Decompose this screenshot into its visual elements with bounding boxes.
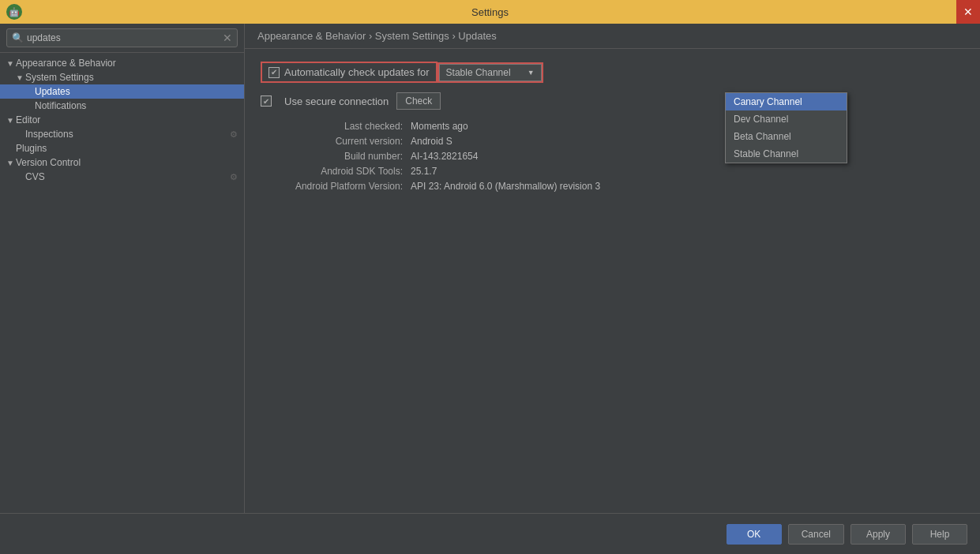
breadcrumb: Appearance & Behavior › System Settings … [245, 24, 980, 49]
secure-connection-row: ✔ Use secure connection Check [261, 92, 964, 110]
tree-container: ▼ Appearance & Behavior ▼ System Setting… [0, 53, 244, 513]
window-title: Settings [471, 6, 509, 18]
secure-label: Use secure connection [284, 95, 389, 107]
apply-button[interactable]: Apply [850, 524, 906, 545]
channel-dropdown-value: Stable Channel [446, 67, 511, 78]
check-now-button[interactable]: Check [396, 92, 441, 110]
secure-checkbox[interactable]: ✔ [261, 95, 272, 107]
channel-dropdown[interactable]: Stable Channel ▼ [439, 64, 542, 81]
sidebar-item-version-control[interactable]: ▼ Version Control [0, 155, 244, 170]
title-bar: 🤖 Settings ✕ [0, 0, 980, 24]
last-checked-value: Moments ago [411, 121, 964, 132]
help-button[interactable]: Help [912, 524, 967, 545]
current-version-value: Android S [411, 136, 964, 147]
search-wrapper: 🔍 ✕ [6, 28, 238, 47]
option-dev[interactable]: Dev Channel [726, 110, 847, 128]
channel-dropdown-wrapper: Stable Channel ▼ [437, 62, 543, 83]
sidebar-item-appearance[interactable]: ▼ Appearance & Behavior [0, 56, 244, 70]
main-container: 🔍 ✕ ▼ Appearance & Behavior ▼ System Set… [0, 24, 980, 513]
cancel-button[interactable]: Cancel [788, 524, 844, 545]
search-input[interactable] [27, 32, 223, 43]
last-checked-label: Last checked: [261, 121, 403, 132]
search-clear-icon[interactable]: ✕ [223, 32, 232, 44]
channel-dropdown-menu: Canary Channel Dev Channel Beta Channel … [725, 92, 847, 163]
sdk-tools-value: 25.1.7 [411, 166, 964, 177]
sdk-tools-label: Android SDK Tools: [261, 166, 403, 177]
auto-check-checkbox-wrapper: ✔ Automatically check updates for [261, 62, 437, 83]
option-canary[interactable]: Canary Channel [726, 93, 847, 110]
option-stable[interactable]: Stable Channel [726, 145, 847, 163]
sidebar-item-editor[interactable]: ▼ Editor [0, 113, 244, 127]
ok-button[interactable]: OK [727, 524, 782, 545]
sidebar-item-cvs[interactable]: CVS ⚙ [0, 170, 244, 184]
build-number-value: AI-143.2821654 [411, 151, 964, 162]
app-icon: 🤖 [6, 4, 22, 20]
chevron-down-icon: ▼ [528, 69, 535, 77]
content-area: Appearance & Behavior › System Settings … [245, 24, 980, 513]
gear-icon-cvs: ⚙ [230, 172, 238, 182]
auto-check-checkbox[interactable]: ✔ [268, 67, 280, 78]
search-icon: 🔍 [12, 32, 24, 43]
bottom-bar: OK Cancel Apply Help [0, 513, 980, 554]
search-box: 🔍 ✕ [0, 24, 244, 53]
sidebar-item-plugins[interactable]: Plugins [0, 141, 244, 155]
content-body: ✔ Automatically check updates for Stable… [245, 49, 980, 513]
sidebar-item-updates[interactable]: Updates [0, 84, 244, 99]
sidebar-item-system-settings[interactable]: ▼ System Settings [0, 70, 244, 84]
option-beta[interactable]: Beta Channel [726, 128, 847, 145]
platform-version-value: API 23: Android 6.0 (Marshmallow) revisi… [411, 181, 964, 192]
gear-icon-inspections: ⚙ [230, 129, 238, 140]
build-number-label: Build number: [261, 151, 403, 162]
sidebar-item-inspections[interactable]: Inspections ⚙ [0, 127, 244, 141]
info-grid: Last checked: Moments ago Current versio… [261, 121, 964, 192]
current-version-label: Current version: [261, 136, 403, 147]
platform-version-label: Android Platform Version: [261, 181, 403, 192]
auto-check-row: ✔ Automatically check updates for Stable… [261, 62, 964, 83]
close-button[interactable]: ✕ [956, 0, 980, 24]
sidebar-item-notifications[interactable]: Notifications [0, 99, 244, 113]
sidebar: 🔍 ✕ ▼ Appearance & Behavior ▼ System Set… [0, 24, 245, 513]
auto-check-label: Automatically check updates for [284, 66, 430, 78]
